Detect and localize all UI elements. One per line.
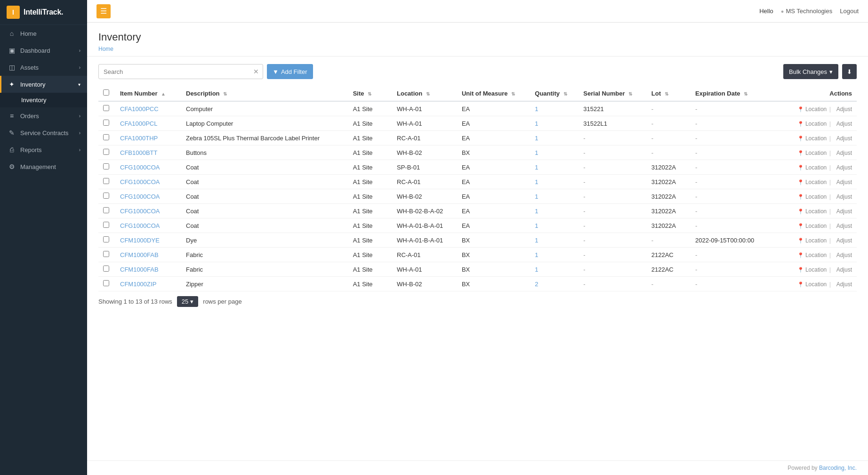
header-serial-number[interactable]: Serial Number ⇅ [579,86,646,101]
location-action-link[interactable]: 📍 Location [797,281,828,288]
adjust-action-link[interactable]: Adjust [836,179,852,185]
bulk-changes-button[interactable]: Bulk Changes ▾ [783,64,838,79]
row-checkbox[interactable] [103,193,109,199]
row-checkbox[interactable] [103,236,109,242]
header-expiration-date[interactable]: Expiration Date ⇅ [691,86,779,101]
adjust-action-link[interactable]: Adjust [836,121,852,127]
search-clear-button[interactable]: ✕ [252,68,260,75]
cell-description: Zipper [181,277,348,291]
adjust-action-link[interactable]: Adjust [836,237,852,244]
sidebar-item-home[interactable]: ⌂ Home [0,25,87,42]
cell-location: WH-A-01 [392,116,457,131]
row-checkbox[interactable] [103,120,109,126]
sidebar-item-assets[interactable]: ◫ Assets › [0,59,87,76]
row-checkbox[interactable] [103,280,109,286]
header-site[interactable]: Site ⇅ [348,86,392,101]
location-action-link[interactable]: 📍 Location [797,223,828,229]
header-description[interactable]: Description ⇅ [181,86,348,101]
row-checkbox[interactable] [103,163,109,169]
location-action-link[interactable]: 📍 Location [797,150,828,156]
location-action-link[interactable]: 📍 Location [797,252,828,258]
cell-item-number: CFM1000ZIP [115,277,181,291]
header-item-number[interactable]: Item Number ▲ [115,86,181,101]
cell-serial-number: - [579,277,646,291]
menu-button[interactable]: ☰ [96,4,111,18]
location-action-link[interactable]: 📍 Location [797,121,828,127]
adjust-action-link[interactable]: Adjust [836,281,852,288]
adjust-action-link[interactable]: Adjust [836,135,852,142]
cell-serial-number: 31522L1 [579,116,646,131]
location-action-link[interactable]: 📍 Location [797,193,828,200]
cell-actions: 📍 Location | Adjust [779,131,857,145]
cell-serial-number: - [579,218,646,233]
adjust-action-link[interactable]: Adjust [836,164,852,171]
adjust-action-link[interactable]: Adjust [836,266,852,273]
sidebar-item-service-contracts[interactable]: ✎ Service Contracts › [0,124,87,141]
sort-description-icon: ⇅ [223,91,227,97]
cell-item-number: CFG1000COA [115,218,181,233]
sidebar-subitem-inventory[interactable]: Inventory [0,93,87,107]
breadcrumb-home[interactable]: Home [98,46,113,52]
row-checkbox[interactable] [103,149,109,155]
row-checkbox[interactable] [103,266,109,272]
cell-expiration: - [691,262,779,277]
cell-actions: 📍 Location | Adjust [779,277,857,291]
toolbar-right: Bulk Changes ▾ ⬇ [783,64,857,79]
location-action-link[interactable]: 📍 Location [797,179,828,185]
adjust-action-link[interactable]: Adjust [836,106,852,113]
row-checkbox[interactable] [103,134,109,140]
cell-description: Zebra 105SL Plus Thermal Barcode Label P… [181,131,348,145]
header-uom[interactable]: Unit of Measure ⇅ [457,86,530,101]
export-button[interactable]: ⬇ [842,64,857,79]
location-action-link[interactable]: 📍 Location [797,266,828,273]
cell-expiration: - [691,277,779,291]
sidebar-item-orders[interactable]: ≡ Orders › [0,107,87,124]
cell-expiration: - [691,204,779,218]
select-all-checkbox[interactable] [103,89,109,96]
sidebar: I IntelliTrack. ⌂ Home ▣ Dashboard › ◫ A… [0,0,87,475]
cell-serial-number: - [579,248,646,262]
cell-uom: EA [457,204,530,218]
row-checkbox[interactable] [103,207,109,213]
search-input[interactable] [102,68,252,75]
location-action-link[interactable]: 📍 Location [797,106,828,113]
header-location[interactable]: Location ⇅ [392,86,457,101]
cell-description: Fabric [181,262,348,277]
pin-icon: 📍 [797,194,804,200]
header-lot[interactable]: Lot ⇅ [647,86,691,101]
location-action-link[interactable]: 📍 Location [797,135,828,142]
row-checkbox[interactable] [103,105,109,111]
cell-uom: EA [457,116,530,131]
row-checkbox[interactable] [103,222,109,228]
location-action-link[interactable]: 📍 Location [797,164,828,171]
sidebar-item-dashboard[interactable]: ▣ Dashboard › [0,42,87,59]
adjust-action-link[interactable]: Adjust [836,208,852,215]
toolbar: ✕ ▼ Add Filter Bulk Changes ▾ ⬇ [98,64,857,79]
logout-link[interactable]: Logout [840,8,859,15]
cell-uom: EA [457,101,530,116]
sidebar-item-reports[interactable]: ⎙ Reports › [0,141,87,158]
cell-quantity: 1 [530,218,579,233]
cell-site: A1 Site [348,218,392,233]
company-link[interactable]: Barcoding, Inc. [819,465,857,471]
adjust-action-link[interactable]: Adjust [836,252,852,258]
add-filter-button[interactable]: ▼ Add Filter [267,64,313,79]
per-page-button[interactable]: 25 ▾ [177,296,198,307]
row-checkbox[interactable] [103,251,109,257]
reports-arrow: › [79,147,80,153]
pin-icon: 📍 [797,179,804,185]
cell-actions: 📍 Location | Adjust [779,204,857,218]
cell-item-number: CFG1000COA [115,175,181,189]
adjust-action-link[interactable]: Adjust [836,150,852,156]
row-checkbox[interactable] [103,178,109,184]
sidebar-item-management[interactable]: ⚙ Management [0,158,87,175]
cell-site: A1 Site [348,131,392,145]
location-action-link[interactable]: 📍 Location [797,208,828,215]
header-quantity[interactable]: Quantity ⇅ [530,86,579,101]
sidebar-item-inventory[interactable]: ✦ Inventory ▾ [0,76,87,93]
cell-actions: 📍 Location | Adjust [779,262,857,277]
pin-icon: 📍 [797,252,804,258]
adjust-action-link[interactable]: Adjust [836,193,852,200]
location-action-link[interactable]: 📍 Location [797,237,828,244]
adjust-action-link[interactable]: Adjust [836,223,852,229]
